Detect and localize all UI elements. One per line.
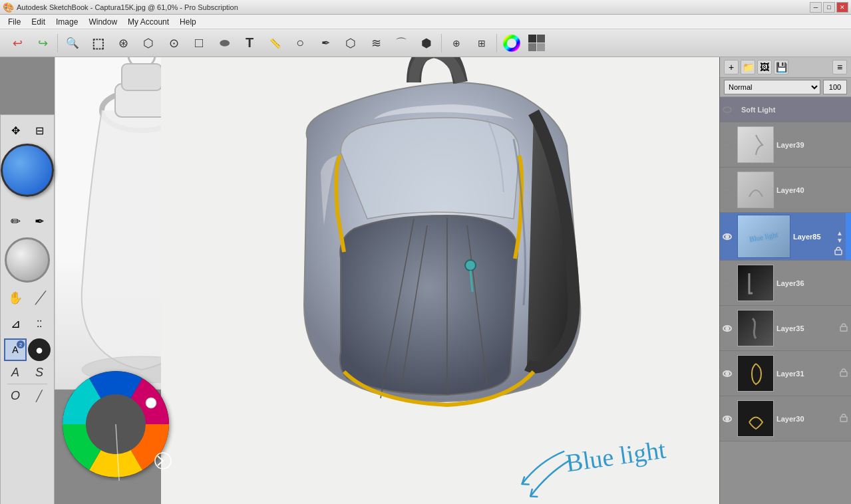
- eye-toggle-35[interactable]: [723, 325, 736, 332]
- folder-button[interactable]: 📁: [741, 60, 755, 74]
- pencil-tool[interactable]: ✏: [4, 210, 27, 233]
- layer-name-40: Layer40: [776, 186, 804, 194]
- svg-point-1: [507, 39, 516, 48]
- menu-edit[interactable]: Edit: [26, 16, 51, 28]
- palette-icon: [528, 34, 546, 53]
- svg-rect-17: [835, 250, 842, 255]
- menu-image[interactable]: Image: [51, 16, 83, 28]
- text-button[interactable]: T: [238, 32, 261, 55]
- layer-thumb-36: [737, 265, 774, 301]
- calligraphy-tool[interactable]: ✒: [28, 210, 51, 233]
- color-wheel-button[interactable]: [500, 32, 524, 55]
- layer-item-30[interactable]: Layer30: [720, 396, 851, 441]
- menu-window[interactable]: Window: [83, 16, 122, 28]
- eye-toggle-softlight[interactable]: [723, 106, 736, 113]
- primary-color-swatch[interactable]: [1, 144, 54, 197]
- blend-mode-row: Normal Multiply Screen Overlay Soft Ligh…: [720, 78, 851, 97]
- svg-point-10: [465, 260, 476, 271]
- layer-name-31: Layer31: [776, 370, 804, 378]
- shape-icon: ⬢: [421, 36, 432, 51]
- stamp-button[interactable]: ⊕: [444, 32, 468, 55]
- layer-item-85[interactable]: Blue light Layer85 ▲ ▼: [720, 213, 851, 261]
- close-button[interactable]: ✕: [836, 2, 848, 13]
- menu-bar: File Edit Image Window My Account Help: [0, 15, 851, 29]
- letter-a-tool[interactable]: A: [4, 363, 27, 382]
- eye-toggle-31[interactable]: [723, 370, 736, 377]
- cylinder-button[interactable]: ⬬: [212, 32, 236, 55]
- svg-rect-5: [537, 43, 545, 51]
- eye-toggle-85[interactable]: [723, 233, 736, 240]
- select-lasso-button[interactable]: ⊛: [111, 32, 135, 55]
- eye-toggle-39[interactable]: [723, 142, 736, 148]
- toolbar-separator-3: [496, 34, 497, 53]
- undo-button[interactable]: ↩: [5, 32, 29, 55]
- pen-button[interactable]: ✒: [313, 32, 337, 55]
- eye-toggle-40[interactable]: [723, 187, 736, 193]
- color-wheel-overlay[interactable]: [55, 358, 178, 504]
- layers-list[interactable]: Soft Light Layer39: [720, 97, 851, 504]
- zoom-button[interactable]: 🔍: [61, 32, 85, 55]
- eraser-tool[interactable]: 2 A: [4, 338, 27, 361]
- palette-button[interactable]: [525, 32, 549, 55]
- hand-tool[interactable]: ✋: [4, 287, 27, 309]
- ellipse-button[interactable]: ○: [288, 32, 312, 55]
- layer-lock-35: [839, 322, 848, 334]
- layer-name-30: Layer30: [776, 415, 804, 423]
- window-controls[interactable]: ─ □ ✕: [810, 2, 848, 13]
- arc-button[interactable]: ⌒: [389, 32, 413, 55]
- menu-file[interactable]: File: [3, 16, 26, 28]
- letter-s-tool[interactable]: S: [28, 363, 51, 382]
- canvas-area: Blue light: [55, 57, 719, 504]
- secondary-color-swatch[interactable]: [5, 237, 50, 283]
- layer-item-softlight[interactable]: Soft Light: [720, 97, 851, 122]
- ruler-button[interactable]: 📏: [263, 32, 287, 55]
- box-button[interactable]: □: [187, 32, 211, 55]
- layer-item-35[interactable]: Layer35: [720, 306, 851, 351]
- cube-button[interactable]: ⬡: [339, 32, 363, 55]
- redo-button[interactable]: ↪: [31, 32, 55, 55]
- blend-mode-select[interactable]: Normal Multiply Screen Overlay Soft Ligh…: [724, 80, 820, 94]
- menu-myaccount[interactable]: My Account: [122, 16, 174, 28]
- layer-item-31[interactable]: Layer31: [720, 351, 851, 396]
- text-icon: T: [246, 35, 254, 51]
- smudge-tool[interactable]: ●: [28, 338, 51, 361]
- spray-tool[interactable]: ⁚⁚: [28, 313, 51, 335]
- layer-item-40[interactable]: Layer40: [720, 168, 851, 213]
- layer-move-button[interactable]: ▲ ▼: [836, 229, 843, 243]
- tool-row-pencil: ✏ ✒: [3, 209, 52, 234]
- select-rect-button[interactable]: ⬚: [86, 32, 110, 55]
- image-button[interactable]: 🖼: [757, 60, 772, 74]
- transform-button[interactable]: ⬡: [136, 32, 160, 55]
- orbit-button[interactable]: ⊙: [162, 32, 186, 55]
- warp-button[interactable]: ≋: [364, 32, 388, 55]
- layer-name-35: Layer35: [776, 324, 804, 332]
- eye-toggle-36[interactable]: [723, 280, 736, 287]
- menu-help[interactable]: Help: [174, 16, 202, 28]
- main-canvas[interactable]: Blue light: [161, 57, 719, 504]
- undo-icon: ↩: [13, 36, 23, 51]
- line-tool-2[interactable]: ╱: [28, 386, 51, 405]
- layer-thumb-31: [737, 355, 774, 392]
- move-tool[interactable]: ✥: [4, 119, 27, 142]
- layer-thumb-35: [737, 310, 774, 346]
- line-tool[interactable]: ╱: [28, 287, 51, 309]
- select-lasso-icon: ⊛: [118, 36, 128, 51]
- shape-button[interactable]: ⬢: [415, 32, 438, 55]
- brushes-grid-button[interactable]: ⊞: [470, 32, 494, 55]
- restore-button[interactable]: □: [823, 2, 835, 13]
- save-layer-button[interactable]: 💾: [774, 60, 788, 74]
- layer-item-39[interactable]: Layer39: [720, 122, 851, 168]
- add-layer-button[interactable]: +: [724, 60, 739, 74]
- arrange-tool[interactable]: ⊟: [28, 119, 51, 142]
- eye-toggle-30[interactable]: [723, 416, 736, 422]
- airbrush-tool[interactable]: ⊿: [4, 313, 27, 335]
- svg-rect-20: [840, 417, 847, 422]
- layers-menu-button[interactable]: ≡: [832, 60, 847, 74]
- left-tool-panel: ✥ ⊟ ✏ ✒ ✋ ╱ ⊿ ⁚⁚ 2 A ●: [0, 114, 55, 504]
- minimize-button[interactable]: ─: [810, 2, 822, 13]
- layer-item-36[interactable]: Layer36: [720, 261, 851, 306]
- color-wheel-svg: [55, 358, 178, 481]
- pen-icon: ✒: [321, 37, 330, 49]
- layer-lock-31: [839, 368, 848, 379]
- letter-o-tool[interactable]: O: [4, 386, 27, 405]
